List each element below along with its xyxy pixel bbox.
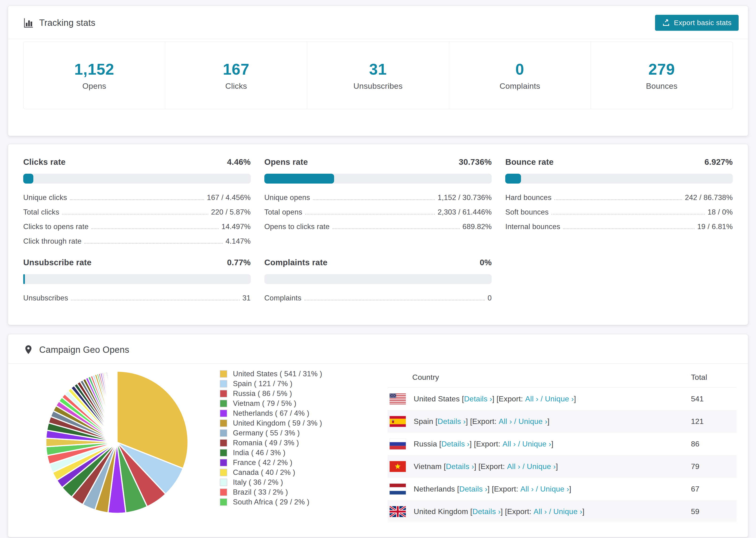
export-all-link[interactable]: All › [511, 530, 524, 538]
details-link[interactable]: Details › [464, 395, 492, 403]
metric-value: 242 / 86.738% [685, 193, 733, 202]
legend-item[interactable]: India ( 46 / 3% ) [220, 449, 322, 457]
metric-row: Unsubscribes 31 [23, 294, 251, 302]
export-all-link[interactable]: All › [520, 485, 534, 493]
export-unique-link[interactable]: Unique › [540, 485, 569, 493]
rate-title: Complaints rate [264, 258, 328, 267]
export-all-link[interactable]: All › [534, 507, 547, 516]
legend-item[interactable]: Germany ( 55 / 3% ) [220, 429, 322, 437]
export-unique-link[interactable]: Unique › [530, 530, 559, 538]
export-all-link[interactable]: All › [503, 440, 516, 448]
geo-legend: United States ( 541 / 31% ) Spain ( 121 … [220, 370, 322, 506]
country-name: Vietnam [414, 462, 442, 471]
legend-item[interactable]: Vietnam ( 79 / 5% ) [220, 400, 322, 407]
legend-item[interactable]: South Africa ( 29 / 2% ) [220, 498, 322, 506]
legend-label: India ( 46 / 3% ) [233, 449, 286, 457]
table-row: Vietnam [ Details › ] [Export: All › / U… [388, 455, 736, 478]
metric-row: Clicks to opens rate 14.497% [23, 223, 251, 231]
rate-block: Unsubscribe rate 0.77% Unsubscribes 31 [23, 258, 251, 302]
legend-swatch [220, 390, 227, 398]
legend-item[interactable]: Spain ( 121 / 7% ) [220, 380, 322, 388]
summary-stat-cell: 31 Unsubscribes [307, 42, 449, 109]
country-flag [390, 484, 406, 495]
rate-progress [23, 174, 251, 184]
rate-head: Opens rate 30.736% [264, 157, 492, 167]
rate-progress-fill [23, 274, 25, 284]
legend-item[interactable]: United Kingdom ( 59 / 3% ) [220, 419, 322, 427]
legend-label: South Africa ( 29 / 2% ) [233, 498, 309, 506]
rate-value: 0% [480, 258, 492, 267]
metric-row: Hard bounces 242 / 86.738% [505, 193, 733, 202]
export-all-link[interactable]: All › [525, 395, 539, 403]
rate-value: 0.77% [227, 258, 251, 267]
tracking-stats-title: Tracking stats [23, 18, 95, 28]
legend-swatch [220, 400, 227, 407]
details-link[interactable]: Details › [446, 462, 474, 471]
export-unique-link[interactable]: Unique › [522, 440, 551, 448]
rate-head: Bounce rate 6.927% [505, 157, 733, 167]
rate-progress-fill [264, 174, 334, 184]
rate-progress [264, 174, 492, 184]
country-cell: Germany [ Details › ] [Export: All › / U… [390, 529, 691, 538]
metric-value: 2,303 / 61.446% [438, 208, 492, 216]
tracking-stats-header: Tracking stats Export basic stats [8, 6, 748, 39]
country-cell: Vietnam [ Details › ] [Export: All › / U… [390, 461, 691, 472]
legend-item[interactable]: Italy ( 36 / 2% ) [220, 478, 322, 486]
legend-item[interactable]: United States ( 541 / 31% ) [220, 370, 322, 378]
legend-item[interactable]: France ( 42 / 2% ) [220, 459, 322, 467]
rate-metrics: Hard bounces 242 / 86.738% Soft bounces … [505, 193, 733, 231]
country-flag [390, 416, 406, 427]
rate-title: Unsubscribe rate [23, 258, 91, 267]
details-link[interactable]: Details › [441, 440, 469, 448]
metric-label: Total clicks [23, 208, 59, 216]
geo-card: Campaign Geo Opens United States ( 541 /… [8, 334, 748, 537]
rate-metrics: Complaints 0 [264, 294, 492, 302]
legend-label: Russia ( 86 / 5% ) [233, 389, 292, 398]
rate-title: Opens rate [264, 157, 308, 167]
legend-item[interactable]: Romania ( 49 / 3% ) [220, 439, 322, 447]
stat-label: Clicks [225, 81, 247, 91]
metric-leader [70, 199, 204, 200]
export-unique-link[interactable]: Unique › [545, 395, 574, 403]
legend-label: Brazil ( 33 / 2% ) [233, 488, 288, 497]
export-basic-stats-button[interactable]: Export basic stats [655, 15, 739, 31]
legend-swatch [220, 449, 227, 457]
country-flag [390, 461, 406, 472]
country-name: Russia [414, 440, 437, 448]
legend-item[interactable]: Canada ( 40 / 2% ) [220, 468, 322, 476]
page-title: Tracking stats [39, 18, 95, 28]
legend-item[interactable]: Brazil ( 33 / 2% ) [220, 488, 322, 496]
rate-value: 30.736% [459, 157, 492, 167]
export-all-link[interactable]: All › [499, 417, 512, 426]
table-row: Russia [ Details › ] [Export: All › / Un… [388, 433, 736, 455]
country-name: United Kingdom [414, 507, 468, 516]
metric-value: 1,152 / 30.736% [438, 193, 492, 202]
summary-stat-cell: 167 Clicks [165, 42, 307, 109]
legend-item[interactable]: Russia ( 86 / 5% ) [220, 390, 322, 398]
geo-title: Campaign Geo Opens [39, 345, 129, 355]
metric-label: Unsubscribes [23, 294, 68, 302]
metric-leader [305, 214, 435, 215]
legend-swatch [220, 488, 227, 496]
export-unique-link[interactable]: Unique › [553, 507, 582, 516]
table-row: Germany [ Details › ] [Export: All › / U… [388, 523, 736, 537]
metric-label: Opens to clicks rate [264, 223, 330, 231]
export-all-link[interactable]: All › [507, 462, 520, 471]
country-name: Netherlands [414, 485, 455, 493]
rate-progress [23, 274, 251, 284]
country-name: Spain [414, 417, 433, 426]
rate-progress [505, 174, 733, 184]
details-link[interactable]: Details › [449, 530, 477, 538]
details-link[interactable]: Details › [472, 507, 501, 516]
legend-item[interactable]: Netherlands ( 67 / 4% ) [220, 409, 322, 417]
legend-label: Italy ( 36 / 2% ) [233, 478, 283, 487]
metric-row: Total clicks 220 / 5.87% [23, 208, 251, 216]
metric-value: 4.147% [226, 237, 251, 245]
country-flag [390, 529, 406, 538]
export-unique-link[interactable]: Unique › [527, 462, 556, 471]
export-unique-link[interactable]: Unique › [518, 417, 547, 426]
details-link[interactable]: Details › [459, 485, 487, 493]
country-name: United States [414, 395, 460, 403]
details-link[interactable]: Details › [438, 417, 466, 426]
legend-swatch [220, 409, 227, 417]
